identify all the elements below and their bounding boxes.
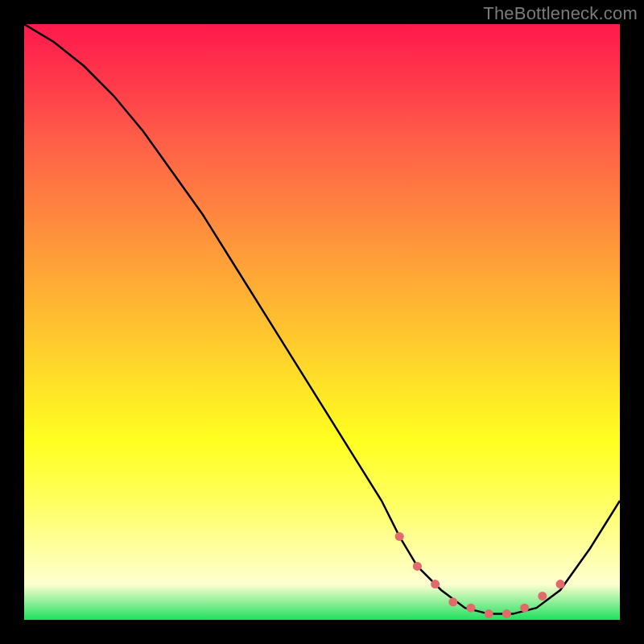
bottleneck-curve (24, 24, 620, 614)
marker-dot (395, 532, 404, 541)
marker-dot (520, 604, 529, 613)
plot-area (24, 24, 620, 620)
chart-frame: TheBottleneck.com (0, 0, 644, 644)
marker-dot (413, 562, 422, 571)
marker-dot (485, 609, 493, 618)
marker-dot (538, 592, 547, 601)
marker-dot (467, 604, 476, 613)
chart-svg (24, 24, 620, 620)
marker-dot (502, 609, 511, 618)
marker-dot (556, 580, 565, 588)
watermark-text: TheBottleneck.com (483, 3, 638, 24)
marker-dot (431, 580, 440, 588)
marker-dot (448, 597, 457, 606)
